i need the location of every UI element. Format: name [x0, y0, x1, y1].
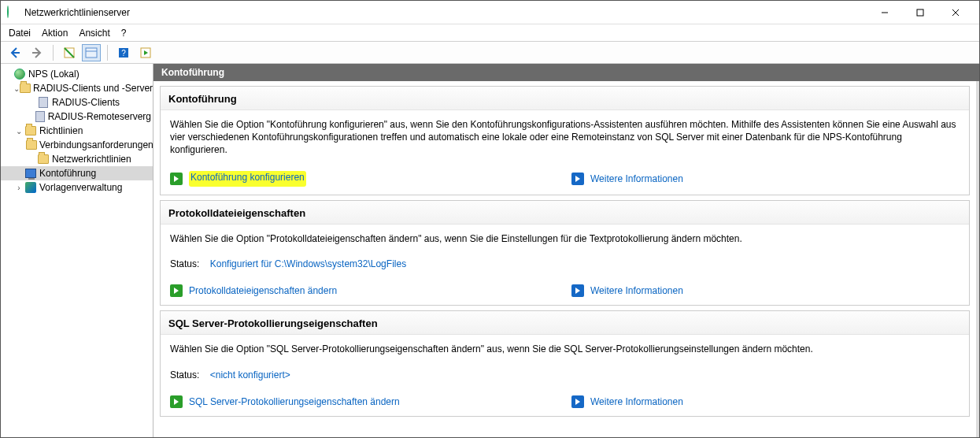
status-label: Status:	[170, 369, 199, 380]
tree-label: Netzwerkrichtlinien	[52, 154, 131, 165]
server-icon	[37, 96, 50, 109]
menu-view[interactable]: Ansicht	[79, 28, 109, 39]
tree-label: NPS (Lokal)	[28, 69, 80, 80]
toolbar: ?	[1, 42, 979, 64]
content-scroll[interactable]: Kontoführung Wählen Sie die Option "Kont…	[153, 81, 979, 437]
svg-text:?: ?	[121, 49, 126, 58]
app-icon	[7, 6, 20, 19]
section-logfile-props: Protokolldateieigenschaften Wählen Sie d…	[160, 200, 970, 306]
tree-label: Vorlagenverwaltung	[39, 182, 122, 193]
tree-radius-group[interactable]: ⌄ RADIUS-Clients und -Server	[1, 81, 153, 95]
arrow-right-icon	[170, 173, 183, 185]
globe-icon	[13, 68, 26, 80]
link-more-info[interactable]: Weitere Informationen	[590, 284, 683, 297]
expand-icon[interactable]: ›	[13, 184, 24, 192]
collapse-icon[interactable]: ⌄	[13, 127, 24, 135]
menu-help[interactable]: ?	[121, 28, 127, 39]
toolbar-separator	[107, 45, 108, 61]
folder-icon	[24, 124, 37, 137]
section-description: Wählen Sie die Option "Kontoführung konf…	[170, 118, 960, 157]
section-sql-props: SQL Server-Protokollierungseigenschaften…	[160, 310, 970, 417]
folder-icon	[20, 82, 31, 95]
content-pane: Kontoführung Kontoführung Wählen Sie die…	[153, 64, 979, 437]
monitor-icon	[24, 167, 37, 180]
body: NPS (Lokal) ⌄ RADIUS-Clients und -Server…	[1, 64, 979, 437]
folder-icon	[26, 139, 37, 151]
section-title: Protokolldateieigenschaften	[161, 201, 969, 225]
nav-back-button[interactable]	[6, 44, 24, 61]
server-icon	[35, 110, 45, 123]
tree-label: Verbindungsanforderungen	[39, 139, 153, 150]
menu-file[interactable]: Datei	[9, 28, 31, 39]
tree-label: Kontoführung	[39, 168, 96, 179]
menu-bar: Datei Aktion Ansicht ?	[1, 24, 979, 42]
svg-rect-1	[917, 9, 923, 16]
minimize-button[interactable]	[867, 2, 902, 24]
tree-network-policies[interactable]: Netzwerkrichtlinien	[1, 152, 153, 166]
link-change-sql-props[interactable]: SQL Server-Protokollierungseigenschaften…	[189, 395, 400, 408]
arrow-right-icon	[571, 284, 584, 297]
maximize-button[interactable]	[902, 2, 937, 24]
section-title: Kontoführung	[161, 87, 969, 110]
title-bar: Netzwerkrichtlinienserver	[1, 1, 979, 24]
status-label: Status:	[170, 258, 199, 269]
app-window: Netzwerkrichtlinienserver Datei Aktion A…	[0, 0, 980, 438]
show-hide-tree-button[interactable]	[60, 44, 79, 61]
menu-action[interactable]: Aktion	[42, 28, 68, 39]
folder-icon	[37, 153, 50, 165]
nav-forward-button[interactable]	[28, 44, 46, 61]
nav-tree[interactable]: NPS (Lokal) ⌄ RADIUS-Clients und -Server…	[1, 64, 153, 437]
tree-label: Richtlinien	[39, 125, 83, 136]
tools-icon	[24, 181, 37, 194]
properties-button[interactable]	[82, 44, 101, 61]
svg-rect-5	[86, 48, 97, 58]
tree-radius-clients[interactable]: RADIUS-Clients	[1, 95, 153, 110]
status-value[interactable]: <nicht konfiguriert>	[210, 369, 290, 380]
window-title: Netzwerkrichtlinienserver	[24, 7, 130, 18]
arrow-right-icon	[170, 284, 183, 297]
tree-root-nps[interactable]: NPS (Lokal)	[1, 67, 153, 81]
link-more-info[interactable]: Weitere Informationen	[590, 173, 683, 185]
tree-radius-remote[interactable]: RADIUS-Remoteserverg	[1, 110, 153, 124]
toolbar-separator	[53, 45, 54, 61]
link-configure-accounting[interactable]: Kontoführung konfigurieren	[189, 171, 306, 187]
collapse-icon[interactable]: ⌄	[13, 84, 20, 93]
link-change-logfile-props[interactable]: Protokolldateieigenschaften ändern	[189, 284, 337, 297]
tree-label: RADIUS-Clients	[52, 97, 120, 108]
action-pane-button[interactable]	[136, 44, 155, 61]
tree-accounting[interactable]: Kontoführung	[1, 166, 153, 180]
content-header: Kontoführung	[153, 64, 979, 81]
arrow-right-icon	[571, 173, 584, 185]
tree-templates[interactable]: › Vorlagenverwaltung	[1, 180, 153, 195]
section-title: SQL Server-Protokollierungseigenschaften	[161, 311, 969, 335]
section-description: Wählen Sie die Option "Protokolldateieig…	[170, 232, 960, 245]
help-button[interactable]: ?	[114, 44, 133, 61]
close-button[interactable]	[937, 2, 973, 24]
tree-label: RADIUS-Clients und -Server	[33, 83, 153, 94]
tree-policies[interactable]: ⌄ Richtlinien	[1, 124, 153, 138]
status-value[interactable]: Konfiguriert für C:\Windows\system32\Log…	[210, 258, 406, 269]
section-description: Wählen Sie die Option "SQL Server-Protok…	[170, 343, 960, 355]
tree-connection-requests[interactable]: Verbindungsanforderungen	[1, 138, 153, 152]
tree-label: RADIUS-Remoteserverg	[48, 111, 151, 122]
link-more-info[interactable]: Weitere Informationen	[590, 395, 683, 408]
section-accounting: Kontoführung Wählen Sie die Option "Kont…	[160, 86, 970, 195]
arrow-right-icon	[571, 395, 584, 408]
arrow-right-icon	[170, 395, 183, 408]
